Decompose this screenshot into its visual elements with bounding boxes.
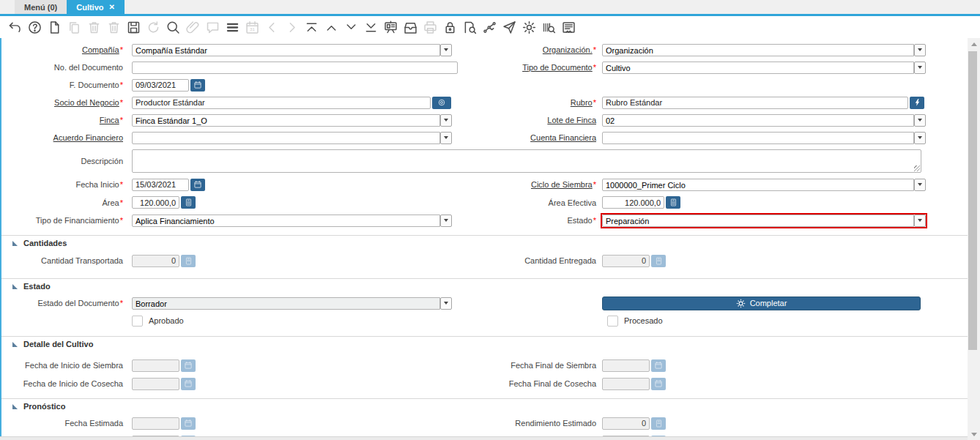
help-button[interactable]	[26, 19, 42, 35]
first-record-button[interactable]	[303, 19, 319, 35]
cantidad-transportada-input	[132, 255, 179, 267]
archive-button[interactable]	[402, 19, 418, 35]
copy-record-icon	[67, 20, 82, 35]
fecha-inicio-input[interactable]	[132, 179, 189, 191]
grid-toggle-icon	[225, 20, 240, 35]
section-cantidades[interactable]: Cantidades	[1, 235, 968, 250]
product-info-button[interactable]	[541, 19, 557, 35]
estado-label: Estado*	[485, 216, 602, 225]
f-documento-label: F. Documento*	[1, 81, 132, 89]
finca-select[interactable]: Finca Estándar 1_O	[132, 114, 452, 127]
zoom-across-button[interactable]	[461, 19, 478, 35]
section-detalle-cultivo[interactable]: Detalle del Cultivo	[1, 336, 968, 351]
next-record-button[interactable]	[343, 19, 359, 35]
fecha-inicio-calendar-button[interactable]	[190, 179, 205, 191]
tipo-documento-label[interactable]: Tipo de Documento*	[485, 63, 602, 72]
organizacion-select[interactable]: Organización	[602, 44, 926, 56]
find-button[interactable]	[165, 19, 181, 35]
socio-negocio-search-button[interactable]	[432, 97, 451, 109]
chevron-down-icon[interactable]	[914, 132, 926, 144]
fecha-final-siembra-label: Fecha Final de Siembra	[485, 361, 602, 370]
calendar-icon	[184, 361, 193, 370]
finca-label[interactable]: Finca*	[1, 116, 132, 124]
chevron-down-icon[interactable]	[440, 297, 452, 310]
tipo-financiamiento-select[interactable]: Aplica Financiamiento	[132, 215, 452, 227]
descripcion-textarea[interactable]	[132, 149, 921, 173]
fecha-inicio-siembra-input	[132, 359, 179, 372]
grid-toggle-button[interactable]	[224, 19, 240, 35]
chevron-down-icon[interactable]	[914, 114, 926, 127]
rubro-input[interactable]	[602, 97, 908, 109]
fecha-final-cosecha-calendar-button	[651, 378, 666, 390]
area-calculator-button[interactable]	[181, 196, 196, 209]
f-documento-input[interactable]	[132, 79, 189, 92]
section-estado[interactable]: Estado	[1, 278, 968, 294]
area-input[interactable]	[132, 196, 179, 209]
estado-select[interactable]: Preparación	[602, 215, 926, 227]
compania-label[interactable]: Compañía*	[1, 45, 132, 54]
scrollbar-thumb[interactable]	[968, 51, 977, 350]
chevron-down-icon[interactable]	[440, 215, 452, 227]
chevron-down-icon[interactable]	[440, 114, 452, 127]
calculator-icon	[669, 198, 678, 207]
chevron-down-icon[interactable]	[440, 132, 452, 144]
compania-select[interactable]: Compañía Estándar	[132, 44, 452, 56]
chevron-down-icon[interactable]	[914, 44, 926, 56]
ciclo-siembra-select[interactable]: 1000000_Primer Ciclo	[602, 179, 926, 191]
undo-button[interactable]	[7, 19, 23, 35]
no-documento-input[interactable]	[132, 61, 458, 74]
product-info-icon	[541, 20, 557, 35]
last-record-button[interactable]	[363, 19, 379, 35]
chevron-down-icon[interactable]	[914, 179, 926, 191]
chevron-down-icon[interactable]	[440, 44, 452, 56]
section-pronostico[interactable]: Pronóstico	[1, 398, 968, 414]
area-efectiva-input[interactable]	[602, 196, 664, 209]
estado-documento-select[interactable]: Borrador	[132, 297, 452, 310]
ciclo-siembra-label[interactable]: Ciclo de Siembra*	[485, 180, 602, 189]
tab-menu[interactable]: Menú (0)	[15, 0, 67, 14]
socio-negocio-input[interactable]	[132, 97, 431, 109]
tipo-documento-select[interactable]: Cultivo	[602, 61, 926, 74]
resize-handle-icon[interactable]	[914, 165, 920, 171]
rubro-search-button[interactable]	[910, 97, 924, 109]
tab-cultivo[interactable]: Cultivo ✕	[67, 0, 125, 14]
send-request-button[interactable]	[501, 19, 517, 35]
fecha-inicio-siembra-label: Fecha de Inicio de Siembra	[1, 361, 132, 370]
vertical-scrollbar	[968, 38, 980, 440]
window-report-button[interactable]	[560, 19, 576, 35]
chevron-down-icon[interactable]	[914, 215, 926, 227]
new-record-button[interactable]	[46, 19, 62, 35]
aprobado-checkbox[interactable]	[132, 316, 143, 327]
lock-button[interactable]	[442, 19, 458, 35]
previous-record-button[interactable]	[323, 19, 339, 35]
collapse-triangle-icon	[12, 284, 18, 289]
completar-button[interactable]: Completar	[602, 297, 921, 310]
lote-finca-label[interactable]: Lote de Finca	[485, 116, 602, 124]
cuenta-financiera-select[interactable]	[602, 132, 926, 144]
socio-negocio-label[interactable]: Socio del Negocio*	[1, 98, 132, 107]
lote-finca-select[interactable]: 02	[602, 114, 926, 127]
acuerdo-financiero-label[interactable]: Acuerdo Financiero	[1, 133, 132, 142]
report-button[interactable]	[382, 19, 398, 35]
calendar-icon: 31	[245, 20, 260, 35]
detail-record-button	[283, 19, 300, 35]
cuenta-financiera-label[interactable]: Cuenta Financiera	[485, 133, 602, 142]
fecha-final-siembra-calendar-button	[651, 359, 666, 372]
chevron-down-icon[interactable]	[914, 61, 926, 74]
workflow-button[interactable]	[481, 19, 497, 35]
last-record-icon	[363, 20, 379, 35]
f-documento-calendar-button[interactable]	[190, 79, 205, 92]
preference-button[interactable]	[521, 19, 537, 35]
collapse-triangle-icon	[12, 241, 18, 246]
bottom-strip	[0, 436, 968, 440]
procesado-checkbox[interactable]	[607, 316, 618, 327]
scroll-down-button[interactable]	[968, 428, 980, 440]
delete-selection-button	[105, 19, 122, 35]
acuerdo-financiero-select[interactable]	[132, 132, 452, 144]
area-efectiva-calculator-button[interactable]	[666, 196, 680, 209]
save-button[interactable]	[125, 19, 141, 35]
close-icon[interactable]: ✕	[109, 4, 115, 11]
scroll-up-button[interactable]	[968, 38, 980, 50]
rubro-label[interactable]: Rubro*	[485, 98, 602, 107]
organizacion-label[interactable]: Organización.*	[485, 45, 602, 54]
